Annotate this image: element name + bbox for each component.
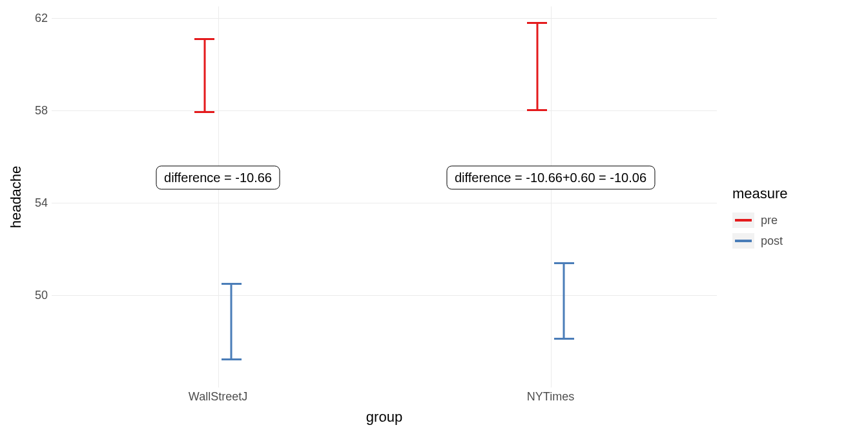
errorbar-post-nytimes (554, 263, 574, 339)
x-tick: NYTimes (527, 390, 574, 404)
y-tick: 50 (35, 288, 48, 302)
gridline-h (52, 18, 717, 19)
gridline-h (52, 295, 717, 296)
gridline-h (52, 203, 717, 203)
annotation-wallstreetj: difference = -10.66 (156, 165, 280, 189)
errorbar-cap-icon (527, 109, 547, 111)
x-axis-title: group (52, 407, 717, 428)
y-tick: 58 (35, 103, 48, 117)
errorbar-stem-icon (536, 23, 538, 110)
y-axis-title-text: headache (8, 166, 25, 229)
legend-key-icon (732, 233, 754, 249)
errorbar-cap-icon (222, 358, 242, 360)
errorbar-stem-icon (231, 284, 232, 360)
annotation-nytimes: difference = -10.66+0.60 = -10.06 (446, 165, 655, 189)
legend-label: post (761, 234, 783, 248)
x-axis-ticks: WallStreetJ NYTimes (52, 388, 717, 407)
errorbar-pre-wallstreetj (194, 39, 214, 112)
gridline-h (52, 110, 717, 111)
legend-title: measure (732, 185, 855, 202)
y-axis-ticks: 50 54 58 62 (26, 6, 52, 388)
legend: measure pre post (717, 6, 855, 428)
errorbar-cap-icon (554, 338, 574, 340)
x-axis-title-text: group (366, 409, 402, 426)
errorbar-pre-nytimes (527, 23, 547, 110)
legend-item-post: post (732, 233, 855, 249)
chart-container: headache 50 54 58 62 (0, 0, 868, 434)
plot-with-axes: headache 50 54 58 62 (6, 6, 717, 428)
errorbar-cap-icon (194, 111, 214, 113)
gridline-v (218, 6, 219, 388)
y-tick: 54 (35, 196, 48, 209)
errorbar-stem-icon (563, 263, 565, 339)
x-tick: WallStreetJ (189, 390, 247, 404)
legend-line-icon (735, 240, 752, 242)
legend-line-icon (735, 219, 752, 222)
legend-item-pre: pre (732, 212, 855, 228)
legend-label: pre (761, 214, 778, 227)
y-axis-title: headache (6, 6, 26, 388)
gridline-v (551, 6, 552, 388)
errorbar-post-wallstreetj (222, 284, 242, 360)
errorbar-stem-icon (203, 39, 205, 112)
plot-area: difference = -10.66 difference = -10.66+… (52, 6, 717, 388)
y-tick: 62 (35, 11, 48, 25)
legend-key-icon (732, 212, 754, 228)
